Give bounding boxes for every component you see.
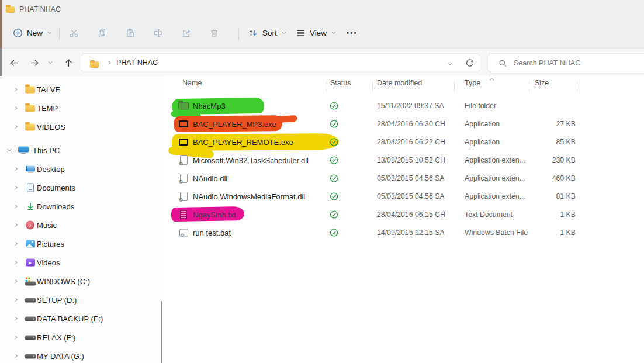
folder-icon: [25, 85, 36, 95]
column-header-type[interactable]: Type: [465, 79, 480, 94]
sort-button-label: Sort: [262, 29, 277, 37]
column-separator[interactable]: [372, 81, 373, 92]
recent-locations-chevron[interactable]: [43, 53, 57, 72]
sidebar-item-drive-d[interactable]: SETUP (D:): [0, 291, 159, 309]
file-row-bac-player-mp3[interactable]: BAC_PLAYER_MP3.exe 28/04/2016 06:30 CH A…: [164, 115, 644, 133]
chevron-right-icon[interactable]: [13, 352, 20, 359]
view-icon: [296, 28, 306, 38]
chevron-down-icon[interactable]: [6, 147, 13, 154]
address-dropdown-chevron[interactable]: [447, 61, 453, 67]
address-bar[interactable]: PHAT NHAC: [82, 53, 479, 72]
file-row-taskscheduler-dll[interactable]: Microsoft.Win32.TaskScheduler.dll 13/08/…: [164, 151, 644, 169]
column-separator[interactable]: [326, 81, 326, 92]
sidebar-item-temp[interactable]: TEMP: [0, 99, 159, 117]
forward-button[interactable]: [25, 53, 44, 72]
chevron-right-icon[interactable]: [13, 259, 20, 266]
chevron-right-icon[interactable]: [13, 222, 20, 229]
chevron-right-icon[interactable]: [13, 278, 20, 285]
file-row-nhacmp3[interactable]: NhacMp3 15/11/2022 09:37 SA File folder: [164, 96, 644, 115]
delete-button[interactable]: [205, 23, 224, 43]
view-button[interactable]: View: [291, 23, 341, 43]
column-header-size[interactable]: Size: [535, 79, 549, 94]
file-name[interactable]: NAudio.WindowsMediaFormat.dll: [193, 192, 305, 200]
sidebar-item-desktop[interactable]: Desktop: [0, 160, 159, 178]
application-icon: [178, 120, 189, 127]
search-box[interactable]: [489, 53, 644, 72]
sidebar-item-downloads[interactable]: Downloads: [0, 197, 159, 216]
folder-icon: [178, 102, 189, 109]
file-size: 1 KB: [491, 229, 576, 237]
chevron-right-icon[interactable]: [13, 315, 20, 322]
this-pc-icon: [18, 146, 29, 155]
breadcrumb-chevron-icon[interactable]: [107, 60, 112, 65]
sidebar-item-videos-folder[interactable]: VIDEOS: [0, 117, 159, 136]
chevron-right-icon[interactable]: [13, 165, 20, 172]
sidebar-item-drive-g[interactable]: MY DATA (G:): [0, 347, 159, 363]
refresh-button[interactable]: [465, 58, 475, 68]
breadcrumb-folder[interactable]: PHAT NHAC: [116, 58, 158, 67]
column-separator[interactable]: [454, 81, 455, 92]
drive-icon: [25, 314, 36, 324]
file-row-run-test-bat[interactable]: run test.bat 14/09/2015 12:15 SA Windows…: [164, 223, 644, 241]
search-input[interactable]: [514, 54, 642, 71]
file-name[interactable]: BAC_PLAYER_MP3.exe: [193, 119, 276, 128]
chevron-right-icon[interactable]: [13, 123, 20, 130]
sidebar-item-videos-library[interactable]: ▶ Videos: [0, 253, 159, 272]
copy-button[interactable]: [92, 23, 112, 43]
file-row-bac-player-remote[interactable]: BAC_PLAYER_REMOTE.exe 28/04/2016 06:22 C…: [164, 133, 644, 151]
sidebar-item-documents[interactable]: Documents: [0, 178, 159, 197]
file-name[interactable]: NgaySinh.txt: [193, 210, 236, 219]
column-header-date-modified[interactable]: Date modified: [377, 79, 422, 94]
file-name[interactable]: NhacMp3: [193, 101, 226, 110]
file-row-naudio-dll[interactable]: NAudio.dll 05/03/2015 04:56 SA Applicati…: [164, 169, 644, 187]
cut-button[interactable]: [64, 23, 84, 43]
file-name[interactable]: BAC_PLAYER_REMOTE.exe: [193, 137, 293, 146]
sidebar-item-drive-e[interactable]: DATA BACKUP (E:): [0, 309, 159, 328]
sidebar-item-tai-ve[interactable]: TAI VE: [0, 80, 159, 99]
file-row-ngaysinh-txt[interactable]: NgaySinh.txt 28/04/2016 06:15 CH Text Do…: [164, 205, 644, 223]
chevron-right-icon[interactable]: [13, 105, 20, 112]
sidebar-item-drive-c[interactable]: WINDOWS (C:): [0, 272, 159, 291]
column-separator[interactable]: [529, 81, 529, 92]
ellipsis-icon: •••: [347, 29, 358, 36]
back-button[interactable]: [5, 53, 23, 72]
chevron-right-icon[interactable]: [13, 334, 20, 341]
sync-status-icon: [330, 155, 339, 164]
date-modified: 05/03/2015 04:56 SA: [377, 174, 445, 182]
file-name[interactable]: run test.bat: [193, 228, 231, 237]
sidebar-item-music[interactable]: ♪ Music: [0, 216, 159, 234]
file-name[interactable]: Microsoft.Win32.TaskScheduler.dll: [193, 155, 309, 164]
column-separator[interactable]: [577, 81, 577, 92]
chevron-right-icon[interactable]: [13, 203, 20, 210]
sidebar-item-drive-f[interactable]: RELAX (F:): [0, 328, 159, 347]
sidebar-item-pictures[interactable]: Pictures: [0, 234, 159, 253]
chevron-right-icon[interactable]: [13, 240, 20, 247]
file-size: 460 KB: [491, 174, 576, 182]
file-row-naudio-wmf-dll[interactable]: NAudio.WindowsMediaFormat.dll 05/03/2015…: [164, 187, 644, 205]
sidebar-item-label: DATA BACKUP (E:): [37, 314, 103, 323]
chevron-right-icon[interactable]: [13, 184, 20, 191]
date-modified: 14/09/2015 12:15 SA: [377, 229, 445, 237]
share-button[interactable]: [176, 23, 196, 43]
tab-title: PHAT NHAC: [19, 5, 61, 13]
explorer-tab[interactable]: PHAT NHAC: [6, 2, 61, 16]
sync-status-icon: [330, 210, 339, 219]
sort-button[interactable]: Sort: [243, 23, 292, 43]
new-button[interactable]: New: [8, 23, 57, 43]
sidebar-item-this-pc[interactable]: This PC: [0, 141, 159, 160]
chevron-down-icon: [47, 30, 53, 36]
column-header-status[interactable]: Status: [330, 79, 351, 94]
chevron-right-icon[interactable]: [13, 86, 20, 93]
sidebar-scrollbar-thumb[interactable]: [161, 301, 162, 363]
see-more-button[interactable]: •••: [342, 23, 362, 43]
sidebar-item-label: Desktop: [37, 165, 65, 174]
search-icon: [498, 59, 507, 68]
file-name[interactable]: NAudio.dll: [193, 174, 227, 182]
plus-circle-icon: [13, 28, 23, 38]
chevron-right-icon[interactable]: [13, 296, 20, 303]
trash-icon: [209, 28, 219, 38]
rename-button[interactable]: [148, 23, 168, 43]
column-header-name[interactable]: Name: [182, 79, 202, 94]
up-button[interactable]: [59, 53, 78, 72]
paste-button[interactable]: [120, 23, 140, 43]
